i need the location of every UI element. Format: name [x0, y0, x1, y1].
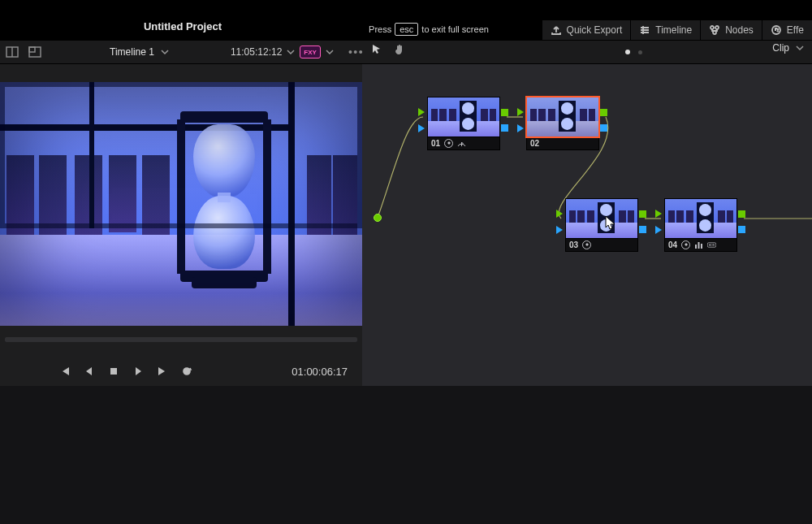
- node-tag: 03: [565, 239, 638, 252]
- pin-alpha-in-icon[interactable]: [556, 226, 563, 234]
- svg-point-0: [710, 26, 714, 29]
- graph-input-handle[interactable]: [374, 214, 382, 222]
- chevron-down-icon: [796, 44, 804, 52]
- node-thumbnail[interactable]: [526, 97, 599, 137]
- effects-tab-label: Effe: [787, 24, 804, 36]
- pin-alpha-in-icon[interactable]: [655, 226, 662, 234]
- node-03[interactable]: 03: [565, 198, 638, 252]
- timeline-tab-button[interactable]: Timeline: [630, 20, 700, 40]
- timeline-icon: [639, 24, 650, 36]
- viewer-layout-buttons: [0, 45, 43, 59]
- svg-point-1: [715, 26, 719, 29]
- node-number: 02: [530, 139, 539, 148]
- quick-export-button[interactable]: Quick Export: [542, 20, 631, 40]
- node-tag: 04 HDR: [664, 239, 737, 252]
- fx-badge-icon: [444, 139, 453, 148]
- viewer-panel: 01:00:06:17: [0, 64, 362, 386]
- play-button[interactable]: [132, 365, 145, 378]
- nodes-tab-button[interactable]: Nodes: [700, 20, 762, 40]
- hint-exit: to exit full screen: [421, 24, 489, 34]
- pin-rgb-in-icon[interactable]: [655, 210, 662, 218]
- quick-export-label: Quick Export: [567, 24, 623, 36]
- pin-rgb-in-icon[interactable]: [517, 108, 524, 116]
- node-tag: 01: [427, 137, 500, 150]
- project-title: Untitled Project: [0, 20, 365, 32]
- node-02[interactable]: 02: [526, 97, 599, 150]
- timeline-name: Timeline 1: [110, 46, 154, 58]
- timeline-dropdown[interactable]: Timeline 1: [110, 46, 169, 58]
- loop-button[interactable]: [180, 365, 193, 378]
- node-thumbnail[interactable]: [565, 198, 638, 239]
- bars-badge-icon: [694, 240, 703, 249]
- pin-rgb-out-icon[interactable]: [501, 109, 508, 116]
- fx-badge-icon: [582, 240, 591, 249]
- svg-rect-7: [110, 368, 117, 375]
- chevron-down-icon: [161, 48, 169, 56]
- split-view-icon[interactable]: [27, 45, 43, 59]
- node-number: 04: [668, 240, 677, 249]
- svg-rect-12: [698, 242, 700, 249]
- graph-tools: [369, 42, 407, 57]
- hand-tool[interactable]: [392, 42, 407, 57]
- node-number: 01: [431, 139, 440, 148]
- bypass-fx-button[interactable]: FXY: [300, 45, 321, 58]
- node-tag: 02: [526, 137, 599, 150]
- clip-label: Clip: [772, 42, 789, 54]
- viewer-options-menu[interactable]: •••: [348, 45, 364, 58]
- skip-back-button[interactable]: [58, 365, 71, 378]
- pin-alpha-out-icon[interactable]: [501, 124, 508, 132]
- hint-esc-key: esc: [395, 23, 418, 36]
- transport-bar: 01:00:06:17: [0, 357, 362, 386]
- chevron-down-icon[interactable]: [326, 48, 334, 56]
- fullscreen-hint-overlay: Press esc to exit full screen: [331, 18, 526, 41]
- skip-forward-button[interactable]: [156, 365, 169, 378]
- viewer-canvas[interactable]: [0, 82, 362, 326]
- dot-active: [625, 50, 630, 54]
- hdr-badge-icon: HDR: [707, 240, 716, 249]
- playhead-timecode[interactable]: 01:00:06:17: [292, 366, 348, 378]
- viewer-scrub-bar[interactable]: [5, 337, 357, 342]
- pin-alpha-out-icon[interactable]: [600, 124, 607, 132]
- source-timecode[interactable]: 11:05:12:12: [231, 46, 282, 58]
- pin-rgb-in-icon[interactable]: [418, 108, 425, 116]
- svg-text:HDR: HDR: [709, 244, 715, 247]
- node-number: 03: [569, 240, 578, 249]
- fx-badge-icon: [681, 240, 690, 249]
- selection-tool[interactable]: [369, 42, 384, 57]
- step-back-button[interactable]: [83, 365, 96, 378]
- pin-alpha-in-icon[interactable]: [517, 124, 524, 132]
- pin-rgb-out-icon[interactable]: [639, 210, 646, 218]
- bottom-strip: [0, 386, 812, 524]
- hint-press: Press: [369, 24, 391, 34]
- image-wipe-icon[interactable]: [4, 45, 20, 59]
- pin-rgb-out-icon[interactable]: [738, 210, 745, 218]
- effects-tab-button[interactable]: Effe: [762, 20, 812, 40]
- svg-rect-11: [695, 245, 697, 249]
- timeline-tab-label: Timeline: [655, 24, 692, 36]
- chevron-down-icon[interactable]: [287, 48, 295, 56]
- top-right-tabs: Quick Export Timeline Nodes Effe: [542, 20, 812, 40]
- svg-rect-13: [701, 244, 702, 249]
- stop-button[interactable]: [107, 365, 120, 378]
- node-graph-panel[interactable]: 01 02: [362, 64, 812, 386]
- clip-dropdown[interactable]: Clip: [772, 42, 804, 54]
- node-01[interactable]: 01: [427, 97, 500, 150]
- colorspace-badge-icon: [457, 139, 466, 148]
- svg-rect-6: [29, 47, 35, 52]
- nav-dots[interactable]: [625, 50, 642, 54]
- fx-icon: [771, 24, 782, 36]
- nodes-icon: [709, 24, 720, 36]
- pin-alpha-in-icon[interactable]: [418, 124, 425, 132]
- nodes-tab-label: Nodes: [725, 24, 754, 36]
- pin-alpha-out-icon[interactable]: [639, 226, 646, 233]
- dot-inactive: [638, 50, 642, 54]
- export-icon: [551, 24, 562, 36]
- node-04[interactable]: 04 HDR: [664, 198, 737, 252]
- pin-alpha-out-icon[interactable]: [738, 226, 745, 233]
- pin-rgb-out-icon[interactable]: [600, 109, 607, 116]
- app-root: Press esc to exit full screen Untitled P…: [0, 0, 812, 524]
- node-thumbnail[interactable]: [664, 198, 737, 239]
- node-thumbnail[interactable]: [427, 97, 500, 137]
- pin-rgb-in-icon[interactable]: [556, 210, 563, 218]
- bypass-label: FXY: [304, 49, 317, 56]
